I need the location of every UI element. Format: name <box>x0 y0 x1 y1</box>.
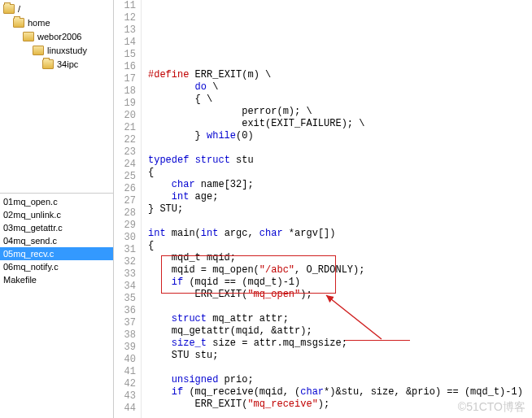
code-line[interactable]: } while(0) <box>148 130 532 142</box>
code-line[interactable] <box>148 411 532 418</box>
code-line[interactable]: #define ERR_EXIT(m) \ <box>148 69 532 81</box>
code-line[interactable]: size_t size = attr.mq_msgsize; <box>148 337 532 350</box>
line-number: 36 <box>114 305 136 317</box>
file-list-item[interactable]: 02mq_unlink.c <box>0 208 113 221</box>
folder-icon <box>33 46 44 55</box>
line-number: 15 <box>114 49 136 61</box>
code-content[interactable]: #define ERR_EXIT(m) \ do \ { \ perror(m)… <box>142 0 532 418</box>
line-number: 22 <box>114 134 136 146</box>
code-line[interactable] <box>148 216 532 228</box>
folder-tree-item[interactable]: webor2006 <box>0 29 113 43</box>
code-line[interactable]: mqd_t mqid; <box>148 252 532 264</box>
line-number: 33 <box>114 268 136 281</box>
code-line[interactable]: struct mq_attr attr; <box>148 313 532 325</box>
line-number: 40 <box>114 354 136 366</box>
folder-icon <box>42 59 54 69</box>
line-number: 27 <box>114 195 136 207</box>
line-number: 30 <box>114 232 136 244</box>
line-number: 21 <box>114 122 136 134</box>
folder-label: linuxstudy <box>47 46 87 55</box>
left-panel: /homewebor2006linuxstudy34ipc 01mq_open.… <box>0 0 114 418</box>
line-number: 29 <box>114 220 136 232</box>
file-list-item[interactable]: 03mq_getattr.c <box>0 221 113 234</box>
code-line[interactable]: { <box>148 167 532 179</box>
line-number: 20 <box>114 110 136 122</box>
code-line[interactable] <box>148 301 532 313</box>
line-number: 14 <box>114 37 136 49</box>
line-number: 26 <box>114 183 136 195</box>
folder-label: / <box>18 4 20 14</box>
code-line[interactable]: exit(EXIT_FAILURE); \ <box>148 118 532 130</box>
code-line[interactable]: perror(m); \ <box>148 106 532 118</box>
folder-tree: /homewebor2006linuxstudy34ipc <box>0 0 113 194</box>
line-number: 12 <box>114 12 136 24</box>
line-number: 31 <box>114 244 136 256</box>
folder-label: webor2006 <box>37 32 81 41</box>
folder-tree-item[interactable]: / <box>0 2 113 15</box>
line-number: 35 <box>114 293 136 305</box>
folder-icon <box>13 18 24 28</box>
line-number: 17 <box>114 73 136 85</box>
code-line[interactable] <box>148 142 532 155</box>
code-line[interactable] <box>148 57 532 69</box>
line-number: 13 <box>114 24 136 37</box>
folder-tree-item[interactable]: linuxstudy <box>0 43 113 57</box>
code-line[interactable]: int main(int argc, char *argv[]) <box>148 228 532 240</box>
code-line[interactable]: if (mq_receive(mqid, (char*)&stu, size, … <box>148 386 532 398</box>
line-number: 18 <box>114 85 136 98</box>
line-number: 32 <box>114 256 136 268</box>
file-list-item[interactable]: Makefile <box>0 273 113 286</box>
code-line[interactable]: typedef struct stu <box>148 155 532 167</box>
line-number: 19 <box>114 98 136 110</box>
code-line[interactable]: { \ <box>148 94 532 106</box>
code-line[interactable]: int age; <box>148 191 532 203</box>
line-number: 23 <box>114 146 136 159</box>
folder-icon <box>23 32 34 41</box>
line-number: 42 <box>114 378 136 390</box>
code-line[interactable] <box>148 362 532 374</box>
code-line[interactable]: } STU; <box>148 203 532 216</box>
folder-label: home <box>28 18 50 28</box>
file-list: 01mq_open.c02mq_unlink.c03mq_getattr.c04… <box>0 194 113 418</box>
line-number: 11 <box>114 0 136 12</box>
line-number: 24 <box>114 159 136 171</box>
folder-icon <box>3 4 15 14</box>
file-list-item[interactable]: 05mq_recv.c <box>0 247 113 260</box>
code-line[interactable]: mq_getattr(mqid, &attr); <box>148 325 532 337</box>
file-list-item[interactable]: 01mq_open.c <box>0 195 113 208</box>
code-line[interactable]: if (mqid == (mqd_t)-1) <box>148 276 532 289</box>
code-line[interactable]: unsigned prio; <box>148 374 532 386</box>
line-number: 38 <box>114 329 136 342</box>
line-number-gutter: 1112131415161718192021222324252627282930… <box>114 0 142 418</box>
line-number: 41 <box>114 366 136 378</box>
code-editor[interactable]: 1112131415161718192021222324252627282930… <box>114 0 532 418</box>
line-number: 34 <box>114 281 136 293</box>
line-number: 43 <box>114 390 136 403</box>
code-line[interactable]: ERR_EXIT("mq_receive"); <box>148 398 532 411</box>
line-number: 37 <box>114 317 136 329</box>
folder-tree-item[interactable]: 34ipc <box>0 57 113 71</box>
line-number: 44 <box>114 403 136 415</box>
line-number: 39 <box>114 342 136 354</box>
code-line[interactable]: mqid = mq_open("/abc", O_RDONLY); <box>148 264 532 276</box>
code-line[interactable]: { <box>148 240 532 252</box>
line-number: 16 <box>114 61 136 73</box>
code-line[interactable]: STU stu; <box>148 350 532 362</box>
folder-label: 34ipc <box>57 59 78 69</box>
code-line[interactable]: ERR_EXIT("mq_open"); <box>148 289 532 301</box>
folder-tree-item[interactable]: home <box>0 15 113 29</box>
code-line[interactable]: char name[32]; <box>148 179 532 191</box>
file-list-item[interactable]: 06mq_notify.c <box>0 260 113 273</box>
code-line[interactable]: do \ <box>148 81 532 94</box>
line-number: 28 <box>114 207 136 220</box>
line-number: 25 <box>114 171 136 183</box>
file-list-item[interactable]: 04mq_send.c <box>0 234 113 247</box>
